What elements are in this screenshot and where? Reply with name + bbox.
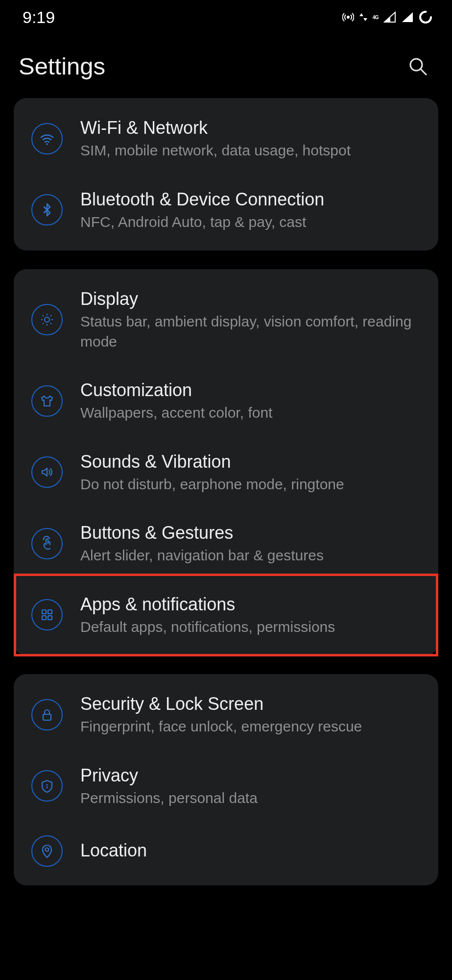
svg-point-5 [45,317,49,322]
settings-group: Wi-Fi & NetworkSIM, mobile network, data… [14,98,438,251]
svg-rect-10 [43,714,51,720]
row-text: Security & Lock ScreenFingerprint, face … [80,693,424,737]
svg-rect-7 [48,610,52,614]
settings-group: Security & Lock ScreenFingerprint, face … [14,674,438,885]
signal-sim2-icon [401,11,414,23]
svg-rect-6 [42,610,46,614]
row-subtitle: Default apps, notifications, permissions [80,617,424,637]
apps-icon [31,599,63,630]
status-bar: 9:19 4G [0,0,452,34]
svg-point-2 [410,59,422,71]
loading-spinner-icon [419,10,432,24]
svg-rect-9 [48,616,52,620]
settings-row-shirt[interactable]: CustomizationWallpapers, accent color, f… [14,365,438,437]
status-time: 9:19 [23,8,55,27]
svg-point-1 [420,12,431,23]
row-text: Wi-Fi & NetworkSIM, mobile network, data… [80,117,424,161]
settings-group: DisplayStatus bar, ambient display, visi… [14,269,438,655]
settings-list[interactable]: Wi-Fi & NetworkSIM, mobile network, data… [0,98,452,885]
settings-row-sound[interactable]: Sounds & VibrationDo not disturb, earpho… [14,437,438,508]
settings-row-privacy[interactable]: PrivacyPermissions, personal data [14,751,438,822]
hotspot-icon [342,11,354,23]
svg-point-4 [46,143,48,145]
status-icons: 4G [342,10,432,24]
row-title: Buttons & Gestures [80,522,424,544]
shirt-icon [31,385,63,417]
settings-row-lock[interactable]: Security & Lock ScreenFingerprint, face … [14,679,438,751]
signal-sim1-icon [383,11,396,23]
row-text: Bluetooth & Device ConnectionNFC, Androi… [80,188,424,232]
row-title: Apps & notifications [80,593,424,615]
row-title: Customization [80,379,424,401]
row-subtitle: Status bar, ambient display, vision comf… [80,312,424,352]
row-title: Bluetooth & Device Connection [80,188,424,210]
row-title: Security & Lock Screen [80,693,424,715]
settings-row-apps[interactable]: Apps & notificationsDefault apps, notifi… [14,579,438,651]
page-header: Settings [0,34,452,98]
row-text: DisplayStatus bar, ambient display, visi… [80,288,424,352]
row-text: Buttons & GesturesAlert slider, navigati… [80,522,424,566]
data-updown-icon [359,11,368,23]
network-type-label: 4G [373,15,379,20]
svg-line-3 [421,69,427,75]
row-subtitle: Wallpapers, accent color, font [80,403,424,423]
privacy-icon [31,770,63,802]
settings-row-gesture[interactable]: Buttons & GesturesAlert slider, navigati… [14,508,438,579]
row-subtitle: Do not disturb, earphone mode, ringtone [80,475,424,495]
sound-icon [31,456,63,488]
search-button[interactable] [404,52,431,80]
bluetooth-icon [31,194,63,226]
row-subtitle: Alert slider, navigation bar & gestures [80,546,424,566]
settings-row-location[interactable]: Location [14,822,438,880]
row-title: Wi-Fi & Network [80,117,424,139]
page-title: Settings [19,52,105,80]
row-subtitle: SIM, mobile network, data usage, hotspot [80,141,424,161]
settings-row-wifi[interactable]: Wi-Fi & NetworkSIM, mobile network, data… [14,103,438,175]
row-title: Location [80,839,424,861]
row-subtitle: NFC, Android Auto, tap & pay, cast [80,212,424,232]
row-text: PrivacyPermissions, personal data [80,764,424,808]
display-icon [31,304,63,335]
row-subtitle: Permissions, personal data [80,788,424,808]
location-icon [31,835,63,867]
row-text: Sounds & VibrationDo not disturb, earpho… [80,451,424,495]
row-text: Apps & notificationsDefault apps, notifi… [80,593,424,637]
row-title: Sounds & Vibration [80,451,424,473]
gesture-icon [31,528,63,559]
row-title: Privacy [80,764,424,786]
settings-row-bluetooth[interactable]: Bluetooth & Device ConnectionNFC, Androi… [14,175,438,246]
lock-icon [31,699,63,730]
row-subtitle: Fingerprint, face unlock, emergency resc… [80,717,424,737]
row-title: Display [80,288,424,310]
svg-point-13 [46,848,49,852]
svg-point-0 [347,16,350,19]
wifi-icon [31,123,63,154]
svg-rect-8 [42,616,46,620]
search-icon [407,55,428,77]
settings-row-display[interactable]: DisplayStatus bar, ambient display, visi… [14,274,438,365]
row-text: Location [80,839,424,863]
svg-point-11 [47,784,48,786]
row-text: CustomizationWallpapers, accent color, f… [80,379,424,423]
